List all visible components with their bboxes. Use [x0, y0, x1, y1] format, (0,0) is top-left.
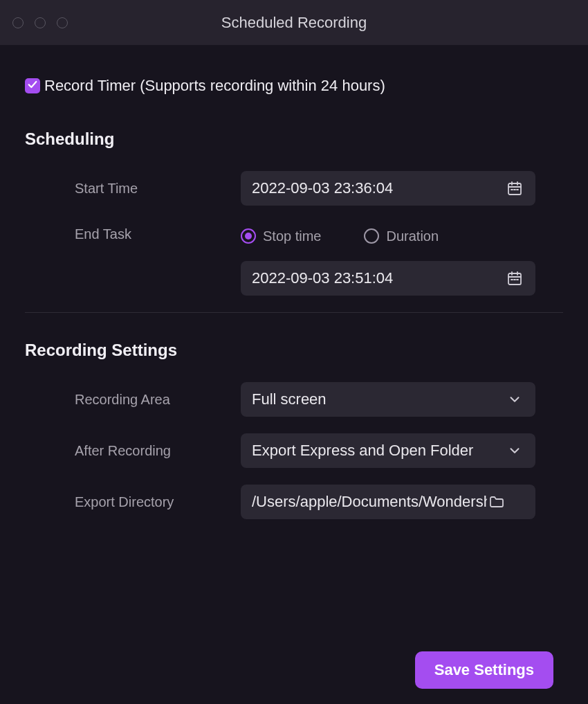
chevron-down-icon — [505, 441, 524, 460]
svg-rect-7 — [508, 273, 521, 285]
duration-radio-label: Duration — [386, 228, 439, 244]
start-time-row: Start Time 2022-09-03 23:36:04 — [25, 171, 563, 206]
minimize-window-button[interactable] — [35, 17, 46, 28]
recording-area-row: Recording Area Full screen — [25, 382, 563, 417]
start-time-value: 2022-09-03 23:36:04 — [252, 179, 505, 197]
stop-time-radio[interactable] — [241, 228, 256, 244]
svg-rect-0 — [508, 183, 521, 195]
end-task-row: End Task Stop time Duration 2022-09-03 2… — [25, 222, 563, 296]
window-title: Scheduled Recording — [0, 14, 588, 32]
export-directory-field[interactable]: /Users/apple/Documents/Wondershare DemoC… — [241, 485, 535, 519]
export-directory-value: /Users/apple/Documents/Wondershare DemoC… — [252, 493, 487, 511]
record-timer-row[interactable]: Record Timer (Supports recording within … — [25, 77, 563, 95]
end-time-field[interactable]: 2022-09-03 23:51:04 — [241, 261, 535, 296]
recording-area-value: Full screen — [252, 390, 505, 408]
recording-area-select[interactable]: Full screen — [241, 382, 535, 417]
after-recording-select[interactable]: Export Express and Open Folder — [241, 433, 535, 468]
after-recording-label: After Recording — [25, 443, 241, 459]
after-recording-value: Export Express and Open Folder — [252, 442, 505, 460]
recording-area-label: Recording Area — [25, 392, 241, 408]
end-time-value: 2022-09-03 23:51:04 — [252, 269, 505, 287]
recording-settings-heading: Recording Settings — [25, 341, 563, 360]
window-controls — [12, 17, 68, 28]
check-icon — [27, 79, 38, 93]
scheduling-heading: Scheduling — [25, 129, 563, 149]
start-time-field[interactable]: 2022-09-03 23:36:04 — [241, 171, 535, 206]
close-window-button[interactable] — [12, 17, 24, 28]
start-time-label: Start Time — [25, 181, 241, 197]
end-task-label: End Task — [25, 222, 241, 242]
stop-time-radio-label: Stop time — [263, 228, 321, 244]
folder-icon[interactable] — [487, 492, 506, 512]
stop-time-option[interactable]: Stop time — [241, 228, 321, 244]
record-timer-label: Record Timer (Supports recording within … — [44, 77, 385, 95]
duration-radio[interactable] — [364, 228, 379, 244]
record-timer-checkbox[interactable] — [25, 78, 40, 93]
chevron-down-icon — [505, 390, 524, 409]
calendar-icon[interactable] — [505, 269, 524, 288]
save-settings-button[interactable]: Save Settings — [415, 651, 553, 689]
calendar-icon[interactable] — [505, 179, 524, 198]
titlebar: Scheduled Recording — [0, 0, 588, 45]
duration-option[interactable]: Duration — [364, 228, 439, 244]
footer: Save Settings — [415, 651, 553, 689]
content-area: Record Timer (Supports recording within … — [0, 45, 588, 519]
after-recording-row: After Recording Export Express and Open … — [25, 433, 563, 468]
export-directory-row: Export Directory /Users/apple/Documents/… — [25, 485, 563, 519]
end-task-radio-group: Stop time Duration — [241, 222, 535, 250]
section-divider — [25, 312, 563, 313]
zoom-window-button[interactable] — [57, 17, 68, 28]
export-directory-label: Export Directory — [25, 494, 241, 510]
